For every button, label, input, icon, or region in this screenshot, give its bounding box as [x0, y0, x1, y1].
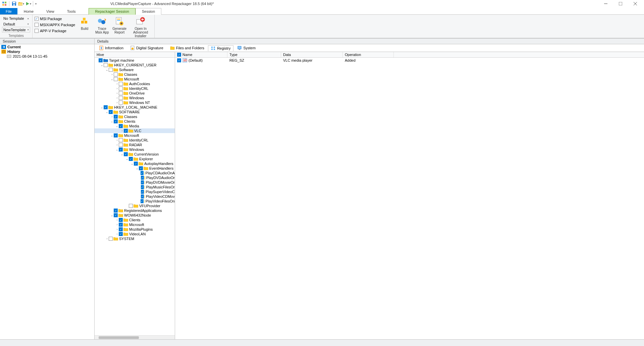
- expander-icon[interactable]: ⌄: [110, 77, 114, 81]
- tree-checkbox[interactable]: [124, 129, 128, 133]
- expander-icon[interactable]: ›: [115, 228, 119, 231]
- tab-registry[interactable]: Registry: [208, 45, 233, 51]
- tab-file[interactable]: File: [0, 8, 17, 14]
- expander-icon[interactable]: ⌄: [110, 134, 114, 137]
- expander-icon[interactable]: ›: [115, 232, 119, 236]
- tree-checkbox[interactable]: [141, 180, 144, 184]
- session-history-item[interactable]: 2021-08-04 13-11-45: [0, 54, 94, 59]
- tree-node[interactable]: ⌄Clients: [95, 119, 175, 124]
- tree-node[interactable]: ›Microsoft: [95, 222, 175, 227]
- msi-checkbox[interactable]: [35, 17, 39, 21]
- tab-home[interactable]: Home: [17, 8, 40, 14]
- expander-icon[interactable]: ›: [115, 82, 119, 85]
- tree-checkbox[interactable]: [119, 227, 123, 231]
- expander-icon[interactable]: ›: [115, 223, 119, 226]
- tree-checkbox[interactable]: [141, 194, 144, 198]
- tree-node[interactable]: ⌄Media: [95, 124, 175, 128]
- expander-icon[interactable]: ⌄: [136, 167, 139, 170]
- appv-checkbox[interactable]: [35, 29, 39, 33]
- maximize-button[interactable]: [613, 0, 628, 7]
- expander-icon[interactable]: ⌄: [130, 162, 134, 165]
- tree-node[interactable]: ›Clients: [95, 218, 175, 222]
- tree-checkbox[interactable]: [114, 115, 118, 119]
- tree-checkbox[interactable]: [104, 63, 108, 67]
- tree-node[interactable]: PlaySuperVideoC: [95, 189, 175, 194]
- expander-icon[interactable]: ›: [120, 129, 124, 132]
- open-installer-button[interactable]: Open In Advanced Installer: [129, 15, 152, 38]
- expander-icon[interactable]: ›: [105, 237, 109, 240]
- col-operation[interactable]: Operation: [343, 52, 394, 57]
- tree-node[interactable]: ›IdentityCRL: [95, 138, 175, 142]
- tree-node[interactable]: ⌄CurrentVersion: [95, 152, 175, 157]
- expander-icon[interactable]: ⌄: [125, 157, 129, 161]
- save-icon[interactable]: [11, 1, 17, 7]
- session-current[interactable]: Current: [0, 45, 94, 49]
- tree-checkbox[interactable]: [129, 157, 133, 161]
- run-icon[interactable]: ▾: [25, 1, 31, 7]
- col-type[interactable]: Type: [227, 52, 281, 57]
- tree-checkbox[interactable]: [119, 96, 123, 100]
- app-icon[interactable]: [1, 1, 7, 7]
- expander-icon[interactable]: ⌄: [115, 148, 119, 151]
- expander-icon[interactable]: ›: [115, 101, 119, 104]
- tree-node[interactable]: ⌄EventHandlers: [95, 166, 175, 171]
- expander-icon[interactable]: ›: [110, 73, 114, 76]
- template-gallery[interactable]: No Template▴ Default▾ NewTemplate▾: [2, 15, 30, 33]
- expander-icon[interactable]: ›: [115, 96, 119, 100]
- expander-icon[interactable]: ⌄: [100, 106, 104, 109]
- tree-checkbox[interactable]: [119, 218, 123, 222]
- tree-checkbox[interactable]: [104, 105, 108, 109]
- header-checkbox[interactable]: [177, 53, 181, 57]
- tree-checkbox[interactable]: [139, 166, 143, 170]
- msix-checkbox-row[interactable]: MSIX/APPX Package: [35, 22, 75, 27]
- expander-icon[interactable]: ›: [115, 218, 119, 222]
- tree-checkbox[interactable]: [119, 82, 123, 86]
- open-icon[interactable]: ▾: [18, 1, 24, 7]
- col-data[interactable]: Data: [281, 52, 343, 57]
- tab-information[interactable]: Information: [96, 45, 126, 51]
- msi-checkbox-row[interactable]: MSI Package: [35, 16, 75, 21]
- horizontal-scrollbar[interactable]: [95, 335, 175, 339]
- tab-system[interactable]: System: [234, 45, 259, 51]
- tree-checkbox[interactable]: [114, 119, 118, 123]
- tree-node[interactable]: ›VideoLAN: [95, 232, 175, 236]
- tree-checkbox[interactable]: [141, 190, 144, 194]
- tree-node[interactable]: PlayDVDMovieOr: [95, 180, 175, 185]
- tab-files-folders[interactable]: Files and Folders: [167, 45, 207, 51]
- tree-checkbox[interactable]: [119, 148, 123, 152]
- tree-checkbox[interactable]: [141, 199, 144, 203]
- tree-node[interactable]: ›VLC: [95, 128, 175, 133]
- tree-node[interactable]: ›Classes: [95, 114, 175, 119]
- expander-icon[interactable]: ›: [115, 87, 119, 90]
- tree-checkbox[interactable]: [141, 176, 144, 180]
- generate-report-button[interactable]: Generate Report: [111, 15, 127, 34]
- tree-checkbox[interactable]: [119, 91, 123, 95]
- tree-checkbox[interactable]: [119, 232, 123, 236]
- trace-button[interactable]: Trace Msix App: [94, 15, 110, 34]
- tree-checkbox[interactable]: [114, 72, 118, 76]
- expander-icon[interactable]: ⌄: [105, 110, 109, 114]
- expander-icon[interactable]: ⌄: [110, 120, 114, 123]
- msix-checkbox[interactable]: [35, 23, 39, 27]
- tree-node[interactable]: PlayVideoCDMov: [95, 194, 175, 199]
- tree-node[interactable]: ›Windows: [95, 96, 175, 100]
- registry-tree[interactable]: Target machine⌄HKEY_CURRENT_USER⌄Softwar…: [95, 58, 175, 335]
- expander-icon[interactable]: ⌄: [100, 63, 104, 67]
- tree-checkbox[interactable]: [109, 68, 113, 72]
- tree-node[interactable]: PlayMusicFilesOr: [95, 185, 175, 189]
- tree-node[interactable]: ⌄Windows: [95, 147, 175, 152]
- tree-node[interactable]: ›Windows NT: [95, 100, 175, 105]
- tree-checkbox[interactable]: [119, 143, 123, 147]
- expander-icon[interactable]: ›: [110, 115, 114, 118]
- tree-node[interactable]: ⌄SOFTWARE: [95, 110, 175, 114]
- tree-node[interactable]: PlayCDAudioOnA: [95, 171, 175, 175]
- qat-customize-icon[interactable]: ▾: [35, 2, 37, 5]
- expander-icon[interactable]: ›: [115, 138, 119, 142]
- minimize-button[interactable]: [598, 0, 613, 7]
- tree-checkbox[interactable]: [119, 138, 123, 142]
- tree-node[interactable]: ›SYSTEM: [95, 236, 175, 241]
- tree-node[interactable]: RegisteredApplications: [95, 208, 175, 213]
- tree-node[interactable]: PlayVideoFilesOn: [95, 199, 175, 204]
- hive-column-header[interactable]: Hive: [95, 52, 175, 58]
- tree-node[interactable]: PlayDVDAudioOr: [95, 175, 175, 180]
